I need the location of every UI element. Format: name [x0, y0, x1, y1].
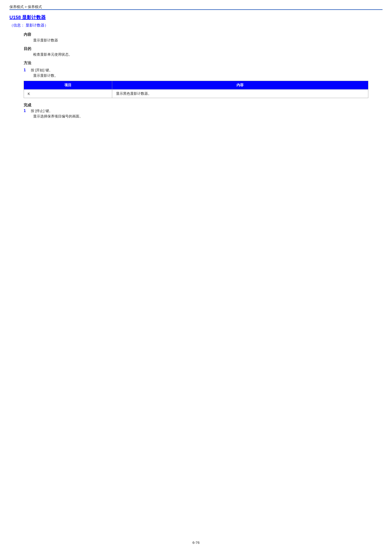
breadcrumb: 保养模式 > 保养模式	[9, 5, 383, 9]
data-table: 项目 内容 K 显示黑色显影计数器。	[24, 81, 368, 98]
method-step-desc-1: 显示显影计数。	[33, 73, 383, 78]
table-header-row: 项目 内容	[24, 81, 368, 90]
purpose-label: 目的	[24, 46, 383, 51]
content-label: 内容	[24, 32, 383, 37]
page-number: 6-76	[192, 540, 200, 545]
table-cell-content: 显示黑色显影计数器。	[112, 90, 368, 98]
complete-step-number-1: 1	[24, 109, 31, 113]
complete-label: 完成	[24, 103, 383, 108]
content-text: 显示显影计数器	[33, 38, 383, 43]
table-header-content: 内容	[112, 81, 368, 90]
top-divider	[9, 9, 383, 10]
purpose-text: 检查显影单元使用状态。	[33, 52, 383, 57]
complete-step-1: 1 按 [停止] 键。	[24, 109, 383, 113]
page-title: U158 显影计数器	[9, 14, 383, 21]
data-table-container: 项目 内容 K 显示黑色显影计数器。	[24, 81, 368, 98]
table-cell-item: K	[24, 90, 112, 98]
method-step-instruction-1: 按 [开始] 键。	[31, 68, 53, 72]
table-row: K 显示黑色显影计数器。	[24, 90, 368, 98]
breadcrumb-text: 保养模式 > 保养模式	[9, 5, 42, 9]
method-step-1: 1 按 [开始] 键。	[24, 68, 383, 72]
subtitle: （信息： 显影计数器）	[9, 23, 383, 28]
method-label: 方法	[24, 61, 383, 66]
complete-step-instruction-1: 按 [停止] 键。	[31, 109, 53, 113]
method-step-number-1: 1	[24, 68, 31, 72]
table-header-item: 项目	[24, 81, 112, 90]
complete-step-desc-1: 显示选择保养项目编号的画面。	[33, 114, 383, 119]
